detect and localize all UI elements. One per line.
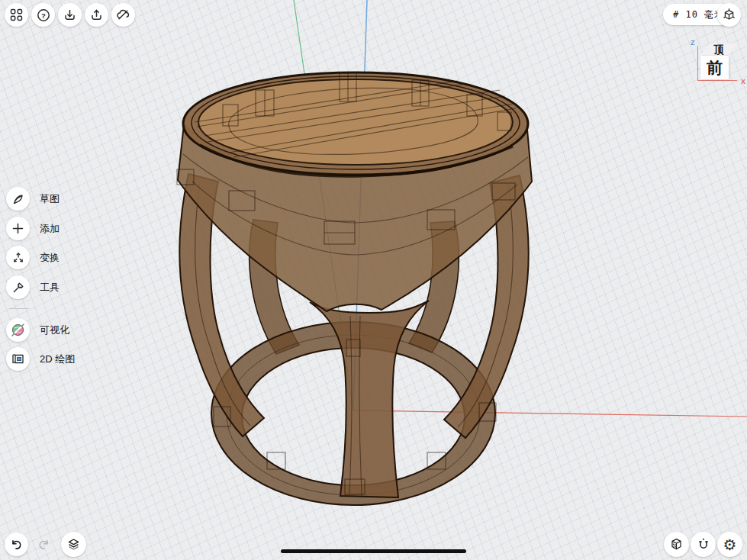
- view-cube-x-axis: [697, 80, 737, 81]
- settings-button[interactable]: ⚙: [717, 532, 742, 557]
- view-cube-top-face[interactable]: 顶: [700, 43, 738, 55]
- drum-stool-model[interactable]: [0, 0, 747, 560]
- gizmo-cube-icon: [722, 8, 736, 22]
- export-icon: [90, 8, 103, 21]
- hammer-icon: [6, 275, 30, 299]
- sidebar-item-2d-drawing[interactable]: 2D 绘图: [6, 347, 75, 371]
- sidebar-label-add: 添加: [40, 222, 60, 236]
- offline-sync-button[interactable]: [111, 3, 135, 27]
- sidebar-label-sketch: 草图: [40, 192, 60, 206]
- pen-icon: [6, 187, 30, 211]
- undo-button[interactable]: [5, 533, 28, 556]
- view-cube-front-face[interactable]: 前: [700, 56, 729, 79]
- view-cube-x-label: X: [741, 78, 745, 85]
- sidebar-item-add[interactable]: 添加: [6, 217, 60, 240]
- view-cube-z-label: Z: [691, 39, 695, 47]
- sidebar-divider: [9, 308, 29, 309]
- sidebar-label-visualization: 可视化: [40, 323, 69, 337]
- visual-style-button[interactable]: [664, 532, 689, 557]
- question-icon: ?: [37, 8, 50, 22]
- grid-icon: [10, 8, 23, 21]
- sidebar-item-transform[interactable]: 变换: [6, 246, 60, 269]
- axis-x-red: [353, 410, 747, 417]
- sidebar-label-tools: 工具: [40, 281, 60, 294]
- import-button[interactable]: [58, 3, 82, 27]
- gear-icon: ⚙: [723, 537, 737, 552]
- snapping-button[interactable]: [691, 532, 716, 557]
- view-cube-z-axis: [697, 46, 698, 80]
- apps-menu-button[interactable]: [5, 3, 28, 27]
- sidebar-label-transform: 变换: [40, 251, 60, 265]
- 2d-drawing-icon: [6, 347, 30, 371]
- items-layers-button[interactable]: [61, 532, 86, 557]
- sidebar-label-2d-drawing: 2D 绘图: [40, 352, 75, 366]
- svg-text:?: ?: [41, 11, 46, 19]
- sidebar-item-tools[interactable]: 工具: [6, 275, 60, 299]
- export-button[interactable]: [85, 3, 108, 27]
- magnet-icon: [697, 538, 710, 552]
- orientation-button[interactable]: [717, 3, 741, 27]
- 3d-viewport[interactable]: ? # 10 毫米: [0, 0, 747, 560]
- mesh-cube-icon: [669, 537, 684, 552]
- import-icon: [63, 8, 76, 21]
- undo-icon: [10, 538, 24, 552]
- redo-button[interactable]: [31, 533, 55, 556]
- model-top-surface: [198, 79, 513, 165]
- sidebar-item-sketch[interactable]: 草图: [6, 187, 60, 211]
- layers-icon: [66, 537, 81, 552]
- view-cube-front-label: 前: [707, 57, 723, 79]
- redo-icon: [37, 538, 50, 552]
- plus-icon: [6, 217, 30, 240]
- visualization-sphere-icon: [6, 318, 30, 342]
- view-cube-top-label: 顶: [714, 43, 724, 55]
- cloud-off-icon: [116, 8, 130, 22]
- view-cube[interactable]: Z X 顶 前: [689, 38, 745, 85]
- transform-arrows-icon: [6, 246, 30, 269]
- help-button[interactable]: ?: [31, 3, 55, 27]
- home-indicator[interactable]: [281, 549, 466, 553]
- sidebar-item-visualization[interactable]: 可视化: [6, 318, 69, 342]
